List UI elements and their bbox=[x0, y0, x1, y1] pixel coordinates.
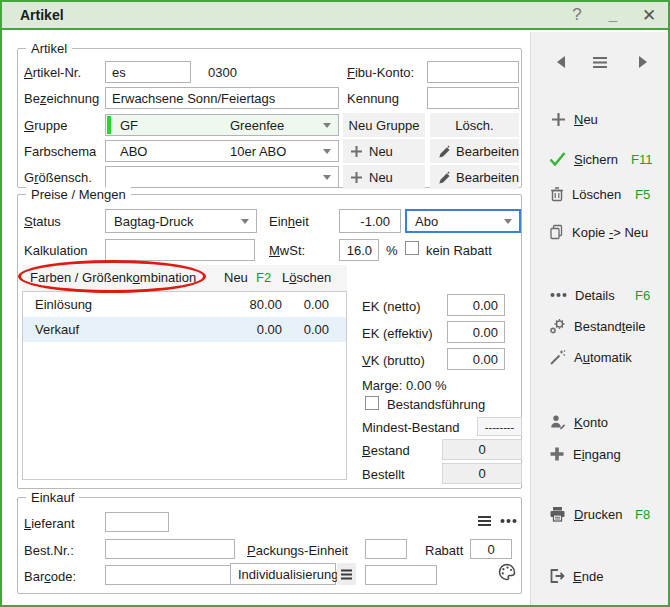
sidebar-item-neu[interactable]: Neu bbox=[551, 109, 598, 129]
sidebar-item-loeschen[interactable]: Löschen bbox=[550, 184, 621, 204]
farbschema-code: ABO bbox=[120, 144, 147, 159]
gruppe-select[interactable]: GF Greenfee bbox=[105, 114, 339, 136]
neu-gruppe-button[interactable]: Neu Gruppe bbox=[343, 113, 425, 137]
sidebar-item-drucken[interactable]: Drucken bbox=[549, 504, 622, 524]
marge-label: Marge: 0.00 % bbox=[362, 378, 447, 393]
artikel-nr-suffix: 0300 bbox=[208, 65, 237, 80]
loesch-gruppe-button[interactable]: Lösch. bbox=[430, 113, 519, 137]
ek-netto-input[interactable] bbox=[447, 294, 505, 316]
gruppe-name: Greenfee bbox=[230, 118, 284, 133]
best-nr-label: Best.Nr.: bbox=[24, 543, 74, 558]
preise-group-title: Preise / Mengen bbox=[26, 187, 131, 202]
help-icon[interactable]: ? bbox=[566, 5, 588, 25]
plus-icon bbox=[350, 171, 363, 184]
lieferant-menu-button[interactable] bbox=[474, 511, 494, 531]
palette-icon bbox=[497, 562, 517, 582]
kombi-table: Einlösung80.000.00Verkauf0.000.00 bbox=[22, 291, 347, 480]
individualisierung-label: Individualisierung bbox=[238, 567, 338, 582]
bestand-field: 0 bbox=[442, 439, 522, 460]
einheit-unit-value: Abo bbox=[415, 214, 438, 229]
mindest-bestand-field: -------- bbox=[477, 417, 522, 436]
individualisierung-button[interactable]: Individualisierung bbox=[230, 563, 336, 585]
mindest-bestand-label: Mindest-Bestand bbox=[362, 420, 460, 435]
bestandsfuehrung-label: Bestandsführung bbox=[387, 397, 485, 412]
chevron-down-icon bbox=[323, 175, 331, 180]
vk-brutto-input[interactable] bbox=[447, 348, 505, 370]
sichern-fkey: F11 bbox=[631, 152, 652, 167]
printer-icon bbox=[549, 506, 566, 522]
status-select[interactable]: Bagtag-Druck bbox=[105, 209, 257, 233]
palette-button[interactable] bbox=[495, 560, 519, 584]
kennung-label: Kennung bbox=[347, 91, 399, 106]
chevron-down-icon bbox=[323, 123, 331, 128]
ek-effektiv-label: EK (effektiv) bbox=[362, 326, 433, 341]
loeschen-fkey: F5 bbox=[635, 187, 650, 202]
sidebar-item-sichern[interactable]: Sichern bbox=[549, 149, 618, 169]
titlebar: Artikel ? _ ✕ bbox=[2, 2, 668, 30]
einheit-label: Einheit bbox=[269, 214, 309, 229]
individualisierung-menu-button[interactable] bbox=[337, 563, 356, 585]
minimize-icon[interactable]: _ bbox=[602, 6, 624, 24]
check-icon bbox=[549, 152, 566, 166]
sidebar-item-automatik[interactable]: Automatik bbox=[549, 347, 632, 367]
groessensch-select[interactable] bbox=[105, 166, 339, 188]
gruppe-code: GF bbox=[120, 118, 138, 133]
nav-list-button[interactable] bbox=[591, 54, 609, 70]
mwst-input[interactable] bbox=[339, 239, 379, 261]
farbschema-label: Farbschema bbox=[24, 144, 96, 159]
sidebar-item-bestandteile[interactable]: Bestandteile bbox=[549, 316, 646, 336]
kennung-input[interactable] bbox=[427, 87, 519, 109]
best-nr-input[interactable] bbox=[105, 539, 235, 559]
plus-icon bbox=[350, 145, 363, 158]
ek-effektiv-input[interactable] bbox=[447, 321, 505, 343]
table-row[interactable]: Einlösung80.000.00 bbox=[23, 292, 346, 317]
packungs-einheit-input[interactable] bbox=[365, 539, 407, 559]
fibu-konto-input[interactable] bbox=[427, 61, 519, 83]
user-icon bbox=[550, 414, 566, 430]
farbschema-select[interactable]: ABO 10er ABO bbox=[105, 140, 339, 162]
close-icon[interactable]: ✕ bbox=[638, 5, 660, 26]
kalkulation-input[interactable] bbox=[105, 239, 255, 261]
sidebar-item-kopie-neu[interactable]: Kopie -> Neu bbox=[549, 222, 648, 242]
exit-icon bbox=[549, 568, 565, 584]
farbschema-neu-button[interactable]: Neu bbox=[343, 139, 425, 163]
arrow-left-icon bbox=[555, 55, 567, 69]
status-label: Status bbox=[24, 214, 61, 229]
farbschema-name: 10er ABO bbox=[230, 144, 286, 159]
bezeichnung-input[interactable] bbox=[105, 87, 339, 109]
chevron-down-icon bbox=[504, 219, 512, 224]
trash-icon bbox=[550, 186, 564, 202]
lieferant-input[interactable] bbox=[105, 512, 169, 532]
chevron-down-icon bbox=[323, 149, 331, 154]
individualisierung-input[interactable] bbox=[365, 565, 437, 585]
menu-icon bbox=[340, 569, 353, 580]
kein-rabatt-checkbox[interactable] bbox=[405, 241, 419, 255]
artikel-nr-input[interactable] bbox=[105, 61, 191, 83]
nav-previous-button[interactable] bbox=[553, 54, 569, 70]
bestandsfuehrung-checkbox[interactable] bbox=[365, 396, 379, 410]
pencil-icon bbox=[437, 145, 450, 158]
lieferant-more-button[interactable] bbox=[497, 511, 519, 531]
farbschema-bearbeiten-button[interactable]: Bearbeiten bbox=[430, 139, 519, 163]
groessensch-bearbeiten-button[interactable]: Bearbeiten bbox=[430, 165, 519, 189]
groessensch-label: Größensch. bbox=[24, 170, 92, 185]
barcode-input[interactable] bbox=[105, 565, 235, 585]
table-row[interactable]: Verkauf0.000.00 bbox=[23, 317, 346, 342]
sidebar-item-ende[interactable]: Ende bbox=[549, 566, 603, 586]
drucken-fkey: F8 bbox=[635, 507, 650, 522]
sidebar-item-eingang[interactable]: Eingang bbox=[549, 444, 621, 464]
sidebar-item-konto[interactable]: Konto bbox=[550, 412, 608, 432]
rabatt-label: Rabatt bbox=[425, 543, 463, 558]
menu-icon bbox=[592, 56, 608, 69]
arrow-right-icon bbox=[637, 55, 649, 69]
kombi-loeschen-button[interactable]: Löschen bbox=[282, 270, 331, 285]
rabatt-input[interactable] bbox=[470, 539, 512, 559]
kein-rabatt-label: kein Rabatt bbox=[426, 243, 492, 258]
einheit-input[interactable] bbox=[339, 209, 401, 233]
einheit-unit-select[interactable]: Abo bbox=[405, 209, 521, 233]
kombi-neu-button[interactable]: Neu bbox=[224, 270, 248, 285]
groessensch-neu-button[interactable]: Neu bbox=[343, 165, 425, 189]
nav-next-button[interactable] bbox=[635, 54, 651, 70]
sidebar-item-details[interactable]: Details bbox=[550, 285, 615, 305]
more-icon bbox=[550, 292, 567, 298]
